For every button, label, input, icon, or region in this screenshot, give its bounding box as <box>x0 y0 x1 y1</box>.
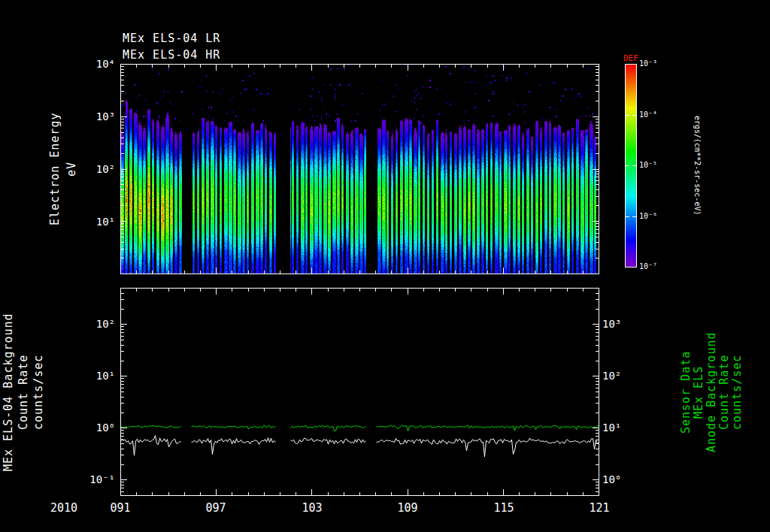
x-tick-label: 103 <box>290 501 335 515</box>
colorbar-gradient <box>625 64 637 268</box>
plot-title-hr: MEx ELS-04 HR <box>123 48 220 62</box>
spectrogram-canvas <box>120 64 599 274</box>
y-tick-label: 10¹ <box>77 369 115 382</box>
x-tick-label: 121 <box>577 501 622 515</box>
y-axis-units-ev: eV <box>65 64 78 274</box>
colorbar-tick-label: 10⁻⁷ <box>639 262 657 271</box>
y-tick-label: 10⁰ <box>77 421 115 434</box>
right-axis-label-line: MEx ELS <box>692 288 705 496</box>
colorbar-units-label: ergs/(cm**2-sr-sec-eV) <box>693 64 702 268</box>
left-axis-label-line: counts/sec <box>32 288 45 496</box>
y-tick-label: 10² <box>602 369 640 382</box>
left-axis-label-line: Count Rate <box>17 288 30 496</box>
spectrogram-figure: MEx ELS-04 LR MEx ELS-04 HR Electron Ene… <box>0 0 770 532</box>
y-tick-label: 10⁰ <box>602 473 640 486</box>
plot-title-lr: MEx ELS-04 LR <box>123 32 220 45</box>
colorbar-tick-label: 10⁻⁵ <box>639 161 657 169</box>
right-axis-label-line: Anode Background <box>705 288 718 496</box>
x-tick-label: 091 <box>98 501 143 515</box>
y-tick-label: 10² <box>77 317 115 331</box>
left-axis-label-line: MEx ELS-04 Background <box>2 288 15 496</box>
y-tick-label: 10² <box>77 162 115 176</box>
x-tick-label: 109 <box>385 501 430 515</box>
x-axis-year-label: 2010 <box>41 501 86 515</box>
colorbar-tick-label: 10⁻⁶ <box>639 212 657 220</box>
colorbar-tick-label: 10⁻³ <box>639 59 657 68</box>
x-tick-label: 115 <box>481 501 526 515</box>
y-tick-label: 10³ <box>77 110 115 123</box>
x-tick-label: 097 <box>193 501 238 515</box>
y-tick-label: 10¹ <box>602 421 640 434</box>
y-tick-label: 10³ <box>602 317 640 331</box>
y-tick-label: 10⁻¹ <box>77 473 115 486</box>
y-axis-label-electron-energy: Electron Energy <box>48 64 62 274</box>
y-tick-label: 10⁴ <box>77 57 115 71</box>
right-axis-label-line: counts/sec <box>730 288 744 496</box>
right-axis-label-line: Count Rate <box>717 288 731 496</box>
colorbar-title: DEF <box>623 53 638 63</box>
count-rate-canvas <box>120 288 599 496</box>
y-tick-label: 10¹ <box>77 215 115 228</box>
right-axis-label-line: Sensor Data <box>679 288 693 496</box>
colorbar-tick-label: 10⁻⁴ <box>639 110 657 119</box>
